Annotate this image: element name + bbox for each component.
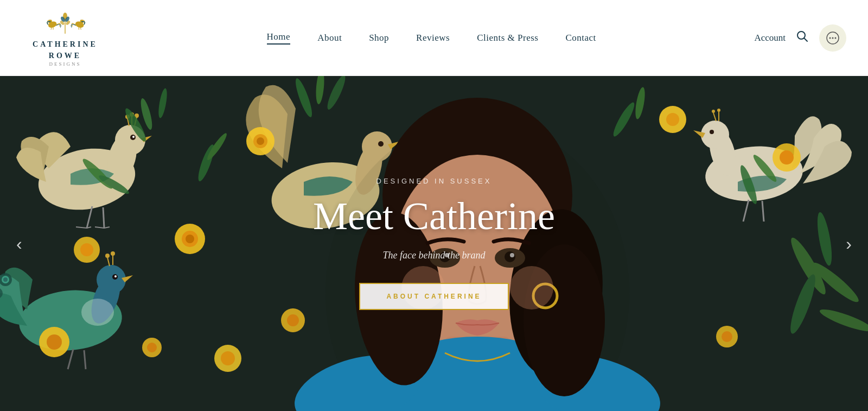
svg-point-19 [835, 37, 837, 39]
svg-point-17 [829, 37, 831, 39]
hero-subtitle: DESIGNED IN SUSSEX [376, 177, 492, 185]
hero-cta-button[interactable]: ABOUT CATHERINE [359, 283, 508, 310]
svg-line-15 [804, 38, 807, 41]
nav-reviews[interactable]: Reviews [416, 33, 450, 43]
brand-tagline: DESIGNS [49, 61, 81, 67]
chat-button[interactable] [819, 24, 846, 52]
carousel-prev-button[interactable]: ‹ [11, 228, 28, 259]
search-icon [796, 30, 808, 42]
svg-point-18 [832, 37, 834, 39]
nav-about[interactable]: About [317, 33, 342, 43]
logo-icon [43, 9, 87, 36]
hero-content: DESIGNED IN SUSSEX Meet Catherine The fa… [0, 76, 868, 411]
logo-area[interactable]: CATHERINE ROWE DESIGNS [22, 9, 108, 67]
hero-section: DESIGNED IN SUSSEX Meet Catherine The fa… [0, 76, 868, 411]
nav-contact[interactable]: Contact [565, 33, 596, 43]
carousel-next-button[interactable]: › [840, 228, 857, 259]
nav-home[interactable]: Home [267, 31, 291, 45]
hero-title: Meet Catherine [313, 194, 555, 239]
account-link[interactable]: Account [754, 33, 786, 43]
brand-name: CATHERINE ROWE [33, 39, 98, 61]
search-button[interactable] [796, 30, 808, 46]
site-header: CATHERINE ROWE DESIGNS Home About Shop R… [0, 0, 868, 76]
nav-shop[interactable]: Shop [369, 33, 389, 43]
nav-clients-press[interactable]: Clients & Press [477, 33, 538, 43]
chat-icon [826, 31, 840, 45]
header-right: Account [754, 24, 846, 52]
main-nav: Home About Shop Reviews Clients & Press … [267, 31, 596, 45]
hero-description: The face behind the brand [383, 250, 486, 261]
